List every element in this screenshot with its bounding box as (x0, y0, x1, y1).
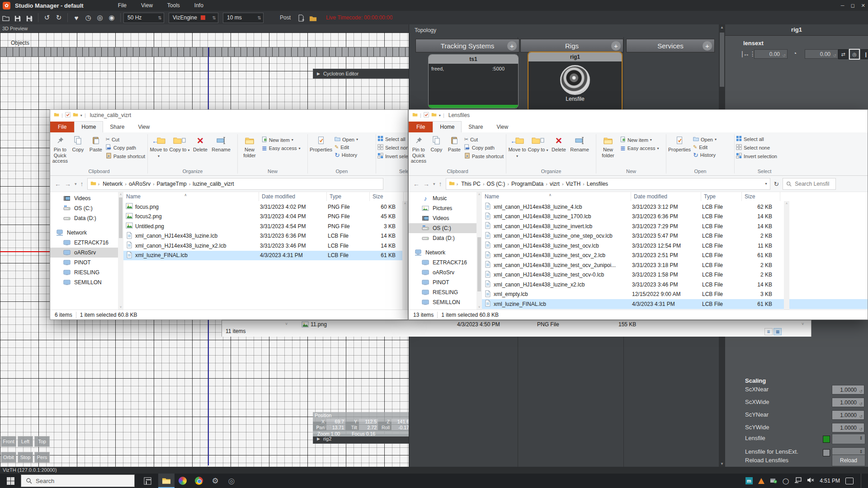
forward-icon[interactable]: → (423, 180, 429, 188)
column-header-type[interactable]: Type (701, 192, 742, 201)
up-icon[interactable]: ↑ (80, 180, 84, 188)
sidebar-item-videos[interactable]: Videos (50, 193, 118, 203)
breadcrumb-item[interactable]: ProgramData (510, 181, 545, 187)
favorite-icon[interactable]: ♥ (71, 14, 82, 22)
copy-button[interactable]: Copy (428, 134, 446, 154)
breadcrumb-item[interactable]: vizrt (548, 181, 561, 187)
properties-button[interactable]: Properties (667, 134, 692, 154)
list-scrollbar[interactable]: ˄ (784, 201, 789, 310)
maximize-icon[interactable]: ◻ (851, 3, 855, 9)
select-none-button[interactable]: Select none (736, 144, 777, 151)
lensext-value1-field[interactable]: 0.00↺ (754, 49, 788, 59)
scroll-down-icon[interactable]: ˅ (476, 305, 482, 309)
new-folder-qat-icon[interactable] (431, 112, 437, 118)
file-row[interactable]: xml_canon_HJ14ex438_luzine_test_ocv.lcb3… (482, 241, 868, 251)
add-icon[interactable]: + (507, 41, 517, 51)
view-button-stop[interactable]: Stop (18, 452, 33, 463)
explorer-window-lensfiles[interactable]: | ▾ | Lensfiles FileHomeShareView Pin to… (408, 109, 868, 320)
scaling-value-scxwide[interactable]: 1.0000↺ (832, 398, 864, 407)
invert-selection-button[interactable]: Invert selection (377, 153, 408, 160)
delete-button[interactable]: ✕ Delete (548, 134, 569, 154)
edit-button[interactable]: ✎ Edit (335, 144, 358, 150)
file-row[interactable]: xml_canon_HJ14ex438_luzine_one_step_ocv.… (482, 231, 868, 241)
copy-button[interactable]: Copy (69, 134, 87, 154)
file-row[interactable]: xml_canon_HJ14ex438_luzine_test_ocv-0.lc… (482, 270, 868, 280)
sidebar-item-pinot[interactable]: PINOT (409, 277, 476, 287)
file-row[interactable]: focus2.png3/31/2023 4:04 PMPNG File45 KB (123, 212, 408, 222)
refresh-icon[interactable]: ↻ (774, 180, 779, 188)
sidebar-item-data-d-[interactable]: Data (D:) (409, 233, 476, 243)
open-button[interactable]: Open ▾ (693, 136, 717, 142)
redo-icon[interactable]: ↻ (53, 14, 65, 22)
sidebar-item-eztrack716[interactable]: EZTRACK716 (50, 238, 118, 248)
file-row[interactable]: focus.png3/31/2023 4:02 PMPNG File60 KB (123, 202, 408, 212)
notification-center-icon[interactable] (845, 478, 854, 484)
tab-view[interactable]: View (490, 122, 515, 132)
back-icon[interactable]: ← (413, 180, 420, 188)
back-icon[interactable]: ← (55, 180, 61, 188)
paste-button[interactable]: Paste (445, 134, 463, 154)
add-icon[interactable]: + (611, 41, 621, 51)
paint-taskbar-icon[interactable] (175, 474, 191, 488)
file-explorer-taskbar-icon[interactable] (158, 474, 175, 488)
history-button[interactable]: ↻ History (335, 152, 358, 158)
easy-access-button[interactable]: ≣ Easy access ▾ (620, 145, 659, 151)
new-folder-qat-icon[interactable] (73, 112, 78, 118)
ime-tray-icon[interactable]: ◯ (783, 478, 789, 484)
explorer-titlebar[interactable]: | ▾ | luzine_calib_vizrt (50, 110, 408, 121)
sidebar-item-eztrack716[interactable]: EZTRACK716 (409, 258, 476, 267)
history-button[interactable]: ↻ History (693, 152, 717, 158)
view-button-top[interactable]: Top (34, 436, 50, 447)
file-row[interactable]: xml_canon_HJ14ex438_luzine_x2.lcb3/31/20… (482, 280, 868, 290)
cut-button[interactable]: ✂ Cut (464, 136, 504, 142)
lensext-value2-field[interactable]: 0.00↺ (805, 49, 838, 59)
engine-select[interactable]: VizEngine ⇅ (169, 13, 218, 23)
sidebar-scrollbar[interactable]: ˄ ˅ (118, 192, 123, 310)
view-button-left[interactable]: Left (18, 436, 33, 447)
breadcrumb-item[interactable]: This PC (460, 181, 482, 187)
file-row[interactable]: ˅ 11.png 4/3/2023 4:50 PM PNG File 155 K… (222, 321, 811, 329)
file-row[interactable]: xml_canon_HJ14ex438_luzine_1700.lcb3/31/… (482, 212, 868, 222)
minimize-icon[interactable]: ─ (841, 3, 844, 8)
sidebar-item-music[interactable]: ♪Music (409, 193, 476, 203)
tab-file[interactable]: File (50, 122, 74, 132)
pin-to-quick-access-button[interactable]: Pin to Quickaccess (51, 134, 69, 165)
network-tray-icon[interactable] (794, 477, 802, 484)
tab-home[interactable]: Home (433, 121, 462, 132)
show-desktop-button[interactable] (861, 474, 863, 488)
tab-share[interactable]: Share (462, 122, 490, 132)
rename-button[interactable]: Rename (211, 134, 231, 154)
view-button-front[interactable]: Front (1, 436, 16, 447)
paste-shortcut-button[interactable]: Paste shortcut (106, 153, 145, 160)
search-box[interactable]: Search Lensfil (783, 178, 836, 190)
address-bar[interactable]: › Network›oARoSrv›PartageTmp›luzine_cali… (87, 178, 383, 190)
copy-path-button[interactable]: Copy path (464, 144, 504, 151)
scroll-thumb[interactable] (477, 237, 481, 291)
move-to-button[interactable]: ← Move to ▾ (148, 134, 169, 159)
explorer-window-luzine-calib-vizrt[interactable]: | ▾ | luzine_calib_vizrt FileHomeShareVi… (50, 109, 408, 320)
sidebar-item-oarosrv[interactable]: oARoSrv (409, 267, 476, 277)
recent-locations-icon[interactable]: ▾ (433, 182, 435, 186)
file-row[interactable]: xml_canon_HJ14ex438_luzine_invert.lcb3/3… (482, 221, 868, 231)
breadcrumb-item[interactable]: oARoSrv (127, 181, 152, 187)
scroll-down-icon[interactable]: ˅ (285, 322, 288, 326)
lensfile-dropdown[interactable]: ⇕ (832, 434, 865, 444)
save-icon[interactable] (12, 14, 24, 21)
sidebar-item-videos[interactable]: Videos (409, 213, 476, 223)
address-bar[interactable]: › This PC›OS (C:)›ProgramData›vizrt›VizT… (446, 178, 770, 190)
edit-button[interactable]: ✎ Edit (693, 144, 717, 150)
copy-to-button[interactable]: Copy to ▾ (169, 134, 190, 154)
rig-card-rig1[interactable]: rig1 Lensfile (528, 52, 623, 112)
tracking-system-card-ts1[interactable]: ts1 freed, :5000 (428, 54, 519, 108)
column-header-size[interactable]: Size (742, 192, 780, 201)
sidebar-item-riesling[interactable]: RIESLING (409, 287, 476, 297)
qat-dropdown-icon[interactable]: ▾ (439, 113, 441, 117)
close-icon[interactable]: ✕ (861, 3, 865, 9)
breadcrumb-item[interactable]: Lensfiles (585, 181, 609, 187)
move-to-button[interactable]: ← Move to ▾ (507, 134, 528, 159)
delay-select[interactable]: 10 ms⇅ (223, 13, 264, 23)
sidebar-item-riesling[interactable]: RIESLING (50, 267, 118, 277)
sidebar-item-oarosrv[interactable]: oARoSrv (50, 248, 118, 258)
sidebar-item-semillon[interactable]: SEMILLON (409, 297, 476, 307)
file-row[interactable]: xml_canon_HJ14ex438_luzine_4.lcb3/31/202… (482, 202, 868, 212)
